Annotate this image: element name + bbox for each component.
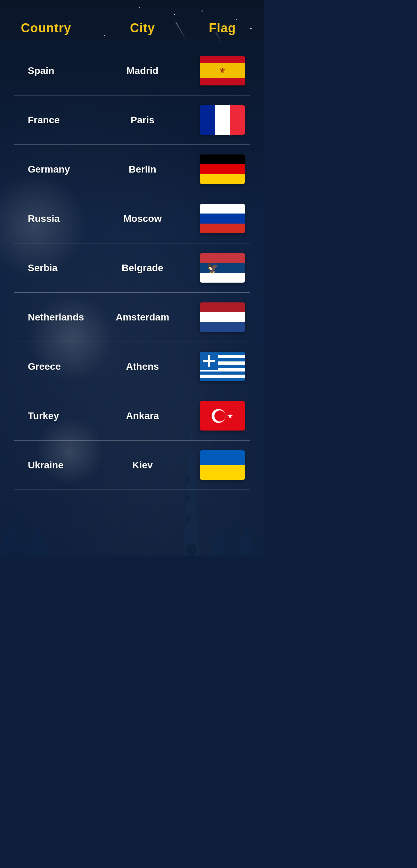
country-name: Germany bbox=[21, 164, 70, 175]
city-name: Athens bbox=[126, 361, 159, 372]
city-cell: Madrid bbox=[90, 65, 195, 76]
svg-marker-16 bbox=[250, 531, 264, 556]
country-cell: Germany bbox=[14, 164, 90, 175]
header-country-label: Country bbox=[21, 21, 71, 35]
table-row: Turkey Ankara ★ bbox=[10, 391, 254, 440]
flag-cell: 🦅 bbox=[195, 253, 250, 283]
country-cell: Greece bbox=[14, 361, 90, 372]
country-cell: Spain bbox=[14, 65, 90, 76]
city-name: Belgrade bbox=[122, 262, 163, 273]
svg-marker-15 bbox=[236, 524, 257, 556]
header-country: Country bbox=[14, 21, 90, 35]
svg-marker-10 bbox=[0, 521, 21, 556]
country-name: Russia bbox=[21, 213, 60, 224]
table-body: Spain Madrid ⚜ France Paris G bbox=[10, 46, 254, 490]
table-row: Ukraine Kiev bbox=[10, 441, 254, 490]
svg-rect-18 bbox=[203, 360, 215, 362]
city-cell: Moscow bbox=[90, 213, 195, 224]
svg-marker-11 bbox=[7, 514, 35, 556]
flag-cell bbox=[195, 302, 250, 332]
header-flag-label: Flag bbox=[209, 21, 236, 35]
country-cell: Netherlands bbox=[14, 312, 90, 323]
city-name: Paris bbox=[131, 115, 155, 125]
city-cell: Kiev bbox=[90, 460, 195, 471]
country-name: Netherlands bbox=[21, 312, 84, 323]
main-container: Country City Flag Spain Madrid ⚜ France bbox=[0, 0, 264, 511]
country-cell: Turkey bbox=[14, 410, 90, 422]
table-row: Germany Berlin bbox=[10, 145, 254, 194]
table-row: France Paris bbox=[10, 95, 254, 144]
country-cell: Russia bbox=[14, 213, 90, 224]
city-cell: Amsterdam bbox=[90, 312, 195, 323]
city-name: Berlin bbox=[129, 164, 156, 175]
flag-cell bbox=[195, 352, 250, 381]
table-row: Greece Athens bbox=[10, 342, 254, 391]
flag-cell bbox=[195, 155, 250, 184]
city-cell: Athens bbox=[90, 361, 195, 372]
city-cell: Berlin bbox=[90, 164, 195, 175]
table-row: Serbia Belgrade 🦅 bbox=[10, 243, 254, 292]
city-name: Madrid bbox=[126, 65, 158, 76]
table-row: Netherlands Amsterdam bbox=[10, 293, 254, 342]
flag-cell bbox=[195, 105, 250, 135]
flag-cell bbox=[195, 450, 250, 480]
table-row: Russia Moscow bbox=[10, 194, 254, 243]
country-name: Spain bbox=[21, 65, 54, 76]
svg-marker-12 bbox=[28, 524, 49, 556]
city-name: Kiev bbox=[132, 460, 153, 470]
header-flag: Flag bbox=[195, 21, 250, 35]
city-name: Amsterdam bbox=[116, 312, 169, 323]
svg-rect-8 bbox=[186, 516, 190, 522]
svg-marker-13 bbox=[208, 528, 229, 556]
country-name: Greece bbox=[21, 361, 61, 372]
country-cell: Serbia bbox=[14, 262, 90, 274]
country-cell: Ukraine bbox=[14, 460, 90, 471]
flag-cell: ⚜ bbox=[195, 56, 250, 85]
city-cell: Belgrade bbox=[90, 262, 195, 274]
country-name: Turkey bbox=[21, 410, 59, 421]
table-row: Spain Madrid ⚜ bbox=[10, 46, 254, 95]
flag-cell bbox=[195, 204, 250, 233]
city-name: Ankara bbox=[126, 410, 159, 421]
header-city: City bbox=[90, 21, 195, 35]
country-name: Serbia bbox=[21, 262, 58, 273]
flag-cell: ★ bbox=[195, 401, 250, 431]
city-name: Moscow bbox=[123, 213, 162, 224]
svg-marker-14 bbox=[222, 517, 243, 556]
country-name: France bbox=[21, 115, 60, 125]
city-cell: Paris bbox=[90, 115, 195, 126]
svg-rect-9 bbox=[185, 544, 197, 556]
table-header: Country City Flag bbox=[10, 21, 254, 42]
country-name: Ukraine bbox=[21, 460, 64, 470]
row-divider bbox=[14, 490, 250, 490]
city-cell: Ankara bbox=[90, 410, 195, 422]
header-city-label: City bbox=[130, 21, 155, 35]
country-cell: France bbox=[14, 115, 90, 126]
